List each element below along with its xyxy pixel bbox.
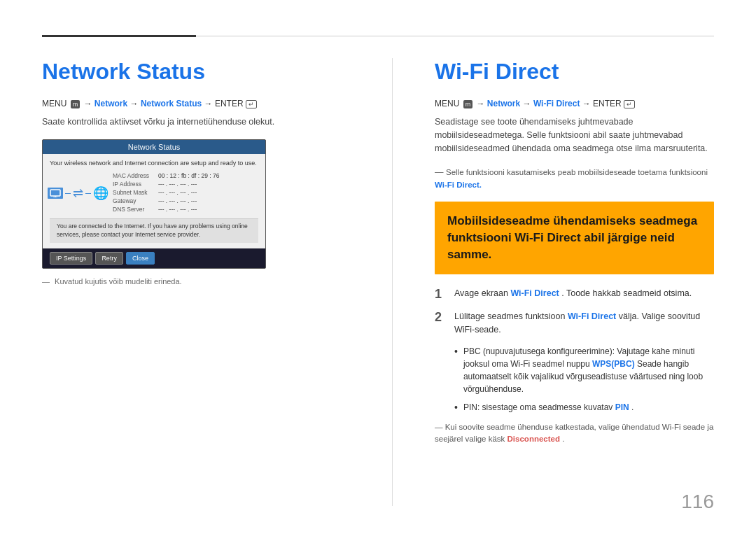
left-note: — Kuvatud kujutis võib mudeliti erineda. <box>42 277 350 286</box>
left-description: Saate kontrollida aktiivset võrku ja int… <box>42 115 350 129</box>
footnote-content: Kui soovite seadme ühenduse katkestada, … <box>435 423 713 443</box>
page-container: Network Status MENU m → Network → Networ… <box>0 0 756 534</box>
network-status-box: Network Status Your wireless network and… <box>42 139 266 269</box>
page-number: 116 <box>681 491 714 513</box>
bullet2-text: PIN: sisestage oma seadmesse kuvatav PIN… <box>463 401 634 414</box>
step2-bold: Wi-Fi Direct <box>568 311 616 321</box>
footnote-bold: Disconnected <box>507 435 560 443</box>
right-menu-wifidirect: Wi-Fi Direct <box>533 99 580 108</box>
note-func-bold: Wi-Fi Direct. <box>435 181 482 189</box>
network-status-footer: You are connected to the Internet. If yo… <box>50 218 258 243</box>
network-info-row: ⇌ 🌐 MAC Address 00 : 12 : fb : df : 29 :… <box>50 172 258 214</box>
close-button[interactable]: Close <box>126 252 155 265</box>
note-content: Kuvatud kujutis võib mudeliti erineda. <box>55 277 182 286</box>
step1-prefix: Avage ekraan <box>454 288 508 298</box>
top-lines <box>42 35 714 37</box>
ip-row: IP Address --- . --- . --- . --- <box>113 181 258 188</box>
note-func-text: — <box>435 167 446 177</box>
note-func-desc: Selle funktsiooni kasutamiseks peab mobi… <box>446 168 708 176</box>
step2-prefix: Lülitage seadmes funktsioon <box>454 311 565 321</box>
connector-line2 <box>85 193 91 194</box>
bullet2-dot: • <box>454 401 458 415</box>
highlighted-text: Mobiilsideseadme ühendamiseks seadmega f… <box>447 214 697 261</box>
step2-number: 2 <box>435 310 446 325</box>
step1-text: Avage ekraan Wi-Fi Direct . Toode hakkab… <box>454 287 692 300</box>
menu-icon: m <box>71 100 80 108</box>
network-icon-visual: ⇌ 🌐 <box>48 185 108 201</box>
bullet1-bold: WPS(PBC) <box>592 359 635 369</box>
content-columns: Network Status MENU m → Network → Networ… <box>42 58 714 506</box>
retry-button[interactable]: Retry <box>95 252 123 265</box>
step1-number: 1 <box>435 287 446 302</box>
footnote-dash: — <box>435 423 445 431</box>
right-enter-icon: ↵ <box>624 100 635 108</box>
connector-line1 <box>65 193 71 194</box>
footnote-end: . <box>562 435 564 443</box>
subnet-row: Subnet Mask --- . --- . --- . --- <box>113 189 258 196</box>
ip-value: --- . --- . --- . --- <box>158 181 197 188</box>
line-right <box>196 36 714 36</box>
ip-label: IP Address <box>113 181 158 188</box>
right-note-func: — Selle funktsiooni kasutamiseks peab mo… <box>435 166 714 192</box>
router-icon: ⇌ <box>73 185 83 201</box>
mac-row: MAC Address 00 : 12 : fb : df : 29 : 76 <box>113 172 258 179</box>
step1-bold: Wi-Fi Direct <box>510 288 559 298</box>
right-menu-path: MENU m → Network → Wi-Fi Direct → ENTER … <box>435 99 714 108</box>
bullet2-rest: . <box>631 402 634 412</box>
right-description: Seadistage see toote ühendamiseks juhtme… <box>435 115 714 155</box>
bullet1-item: • PBC (nupuvajutusega konfigureerimine):… <box>435 345 714 395</box>
mac-label: MAC Address <box>113 172 158 179</box>
right-menu-enter: ENTER <box>593 99 622 108</box>
dns-row: DNS Server --- . --- . --- . --- <box>113 206 258 213</box>
bullet2-bold: PIN <box>615 402 629 412</box>
subnet-label: Subnet Mask <box>113 189 158 196</box>
tv-icon <box>48 188 63 199</box>
menu-label: MENU <box>42 99 66 108</box>
ip-settings-button[interactable]: IP Settings <box>50 252 92 265</box>
gateway-row: Gateway --- . --- . --- . --- <box>113 197 258 204</box>
network-status-body: Your wireless network and Internet conne… <box>43 154 265 248</box>
globe-icon: 🌐 <box>93 185 108 201</box>
line-left <box>42 35 196 37</box>
right-column: Wi-Fi Direct MENU m → Network → Wi-Fi Di… <box>435 58 714 506</box>
right-menu-icon: m <box>463 100 473 108</box>
menu-status: Network Status <box>141 99 202 108</box>
mac-value: 00 : 12 : fb : df : 29 : 76 <box>158 172 219 179</box>
dns-value: --- . --- . --- . --- <box>158 206 197 213</box>
step1-item: 1 Avage ekraan Wi-Fi Direct . Toode hakk… <box>435 287 714 302</box>
right-menu-network: Network <box>487 99 520 108</box>
subnet-value: --- . --- . --- . --- <box>158 189 197 196</box>
step1-rest: . Toode hakkab seadmeid otsima. <box>561 288 692 298</box>
menu-network: Network <box>94 99 127 108</box>
network-icon-area: ⇌ 🌐 <box>50 172 106 214</box>
step2-item: 2 Lülitage seadmes funktsioon Wi-Fi Dire… <box>435 310 714 337</box>
left-section-title: Network Status <box>42 58 350 85</box>
left-column: Network Status MENU m → Network → Networ… <box>42 58 350 506</box>
bullet1-dot: • <box>454 345 458 359</box>
gateway-value: --- . --- . --- . --- <box>158 197 197 204</box>
left-menu-path: MENU m → Network → Network Status → ENTE… <box>42 99 350 108</box>
enter-icon: ↵ <box>246 100 257 108</box>
bullet2-prefix: PIN: sisestage oma seadmesse kuvatav <box>463 402 612 412</box>
step2-text: Lülitage seadmes funktsioon Wi-Fi Direct… <box>454 310 714 337</box>
columns-divider <box>392 58 393 506</box>
footnote-section: — Kui soovite seadme ühenduse katkestada… <box>435 421 714 446</box>
network-details: MAC Address 00 : 12 : fb : df : 29 : 76 … <box>113 172 258 214</box>
right-menu-label: MENU <box>435 99 459 108</box>
note-dash: — <box>42 277 50 286</box>
menu-enter: ENTER <box>215 99 244 108</box>
footnote-text: — Kui soovite seadme ühenduse katkestada… <box>435 421 714 446</box>
bullet2-item: • PIN: sisestage oma seadmesse kuvatav P… <box>435 401 714 415</box>
right-section-title: Wi-Fi Direct <box>435 58 714 85</box>
bullet1-text: PBC (nupuvajutusega konfigureerimine): V… <box>463 345 714 395</box>
gateway-label: Gateway <box>113 197 158 204</box>
network-status-msg: Your wireless network and Internet conne… <box>50 160 258 167</box>
network-buttons: IP Settings Retry Close <box>43 248 265 268</box>
network-status-header: Network Status <box>43 140 265 154</box>
dns-label: DNS Server <box>113 206 158 213</box>
svg-rect-0 <box>50 190 60 196</box>
highlighted-box: Mobiilsideseadme ühendamiseks seadmega f… <box>435 202 714 274</box>
